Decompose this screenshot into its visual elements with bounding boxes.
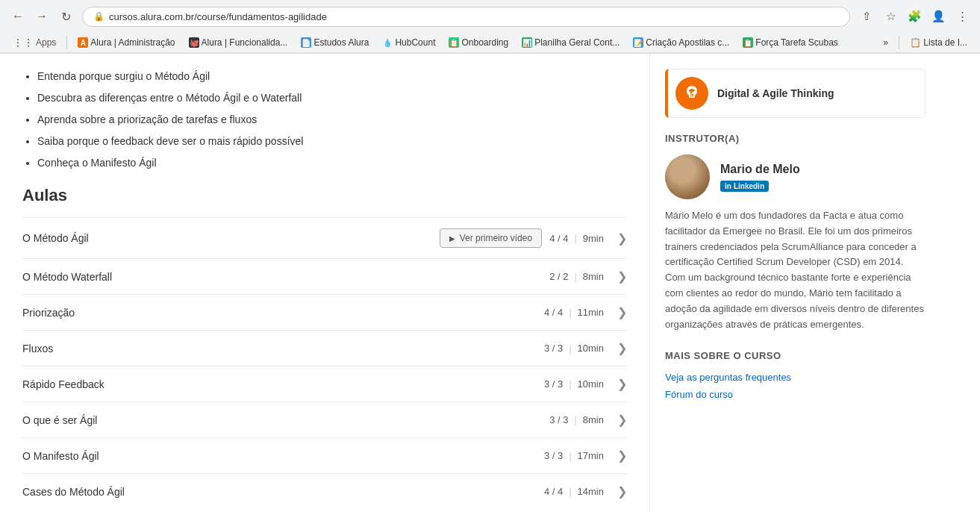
lesson-name-1: O Método Waterfall	[22, 271, 542, 283]
estudos-icon: 📄	[301, 37, 311, 48]
bookmark-forca-tarefa[interactable]: 📋 Força Tarefa Scubas	[737, 36, 843, 49]
alura-admin-icon: A	[78, 37, 88, 48]
aulas-title: Aulas	[22, 186, 627, 205]
linkedin-badge[interactable]: in Linkedin	[720, 181, 769, 192]
hubcount-icon: 💧	[382, 37, 393, 48]
lesson-row-5[interactable]: O que é ser Ágil 3 / 3 | 8min ❯	[22, 402, 627, 437]
lesson-meta-2: 4 / 4 | 11min	[544, 307, 604, 318]
course-card: Digital & Agile Thinking	[665, 69, 926, 118]
lesson-count-2: 4 / 4	[544, 307, 563, 318]
instructor-name: Mario de Melo	[720, 163, 800, 176]
lesson-row-7[interactable]: Cases do Método Ágil 4 / 4 | 14min ❯	[22, 473, 627, 509]
alura-admin-label: Alura | Administração	[90, 37, 175, 48]
lesson-meta-7: 4 / 4 | 14min	[544, 486, 604, 497]
criacao-icon: 📝	[633, 37, 643, 48]
chevron-icon-3: ❯	[617, 341, 627, 355]
lightbulb-icon	[683, 84, 701, 102]
menu-button[interactable]: ⋮	[952, 6, 973, 27]
lesson-time-5: 8min	[583, 414, 604, 425]
lesson-time-7: 14min	[578, 486, 604, 497]
back-button[interactable]: ←	[7, 6, 28, 27]
github-icon: 🐙	[189, 37, 199, 48]
main-content: Entenda porque surgiu o Método Ágil Desc…	[0, 54, 649, 512]
bookmark-alura-admin[interactable]: A Alura | Administração	[72, 36, 180, 49]
play-triangle-icon: ▶	[449, 234, 455, 243]
course-name: Digital & Agile Thinking	[717, 87, 834, 99]
lesson-row-0[interactable]: O Método Ágil ▶ Ver primeiro vídeo 4 / 4…	[22, 217, 627, 258]
linkedin-label: Linkedin	[734, 182, 764, 190]
forum-link[interactable]: Fórum do curso	[665, 389, 926, 400]
lesson-meta-3: 3 / 3 | 10min	[544, 343, 604, 354]
meta-sep-4: |	[569, 378, 571, 390]
lesson-row-4[interactable]: Rápido Feedback 3 / 3 | 10min ❯	[22, 366, 627, 402]
bookmark-alura-funcionalida[interactable]: 🐙 Alura | Funcionalida...	[184, 36, 293, 49]
lesson-name-5: O que é ser Ágil	[22, 414, 542, 426]
bookmark-estudos-alura[interactable]: 📄 Estudos Alura	[296, 36, 374, 49]
bookmark-lista[interactable]: 📋 Lista de I...	[905, 36, 973, 49]
lesson-time-6: 17min	[578, 450, 604, 461]
instructor-bio: Mário Melo é um dos fundadores da Facta …	[665, 208, 926, 332]
meta-sep-2: |	[569, 307, 571, 318]
lesson-count-5: 3 / 3	[549, 414, 568, 425]
alura-funcionalida-label: Alura | Funcionalida...	[202, 37, 288, 48]
planilha-label: Planilha Geral Cont...	[534, 37, 619, 48]
lesson-count-0: 4 / 4	[549, 233, 568, 244]
lesson-time-3: 10min	[578, 343, 604, 354]
course-icon	[675, 77, 708, 110]
bookmark-planilha[interactable]: 📊 Planilha Geral Cont...	[516, 36, 625, 49]
lesson-row-3[interactable]: Fluxos 3 / 3 | 10min ❯	[22, 330, 627, 366]
lesson-meta-6: 3 / 3 | 17min	[544, 450, 604, 461]
avatar	[665, 154, 710, 199]
lesson-count-3: 3 / 3	[544, 343, 563, 354]
bookmarks-bar: ⋮⋮ Apps A Alura | Administração 🐙 Alura …	[0, 33, 980, 53]
hubcount-label: HubCount	[395, 37, 435, 48]
avatar-image	[665, 154, 710, 199]
meta-sep-6: |	[569, 450, 571, 461]
lesson-time-2: 11min	[578, 307, 604, 318]
lock-icon: 🔒	[93, 11, 104, 22]
chevron-icon-7: ❯	[617, 484, 627, 499]
lesson-meta-4: 3 / 3 | 10min	[544, 378, 604, 390]
bookmark-onboarding[interactable]: 📋 Onboarding	[443, 36, 514, 49]
instructor-section: INSTRUTOR(A) Mario de Melo in Linkedin M…	[665, 133, 926, 332]
play-first-video-button[interactable]: ▶ Ver primeiro vídeo	[440, 228, 542, 248]
bookmark-button[interactable]: ☆	[880, 6, 901, 27]
learning-objectives-list: Entenda porque surgiu o Método Ágil Desc…	[22, 69, 627, 171]
mais-section: MAIS SOBRE O CURSO Veja as perguntas fre…	[665, 350, 926, 400]
perguntas-frequentes-link[interactable]: Veja as perguntas frequentes	[665, 372, 926, 383]
profile-button[interactable]: 👤	[928, 6, 949, 27]
bookmark-apps[interactable]: ⋮⋮ Apps	[7, 35, 61, 50]
bullet-item-3: Aprenda sobre a priorização de tarefas e…	[37, 112, 627, 128]
forward-button[interactable]: →	[31, 6, 52, 27]
share-button[interactable]: ⇧	[856, 6, 877, 27]
chevron-icon-6: ❯	[617, 449, 627, 463]
address-bar[interactable]: 🔒 cursos.alura.com.br/course/fundamentos…	[82, 7, 850, 27]
bullet-item-4: Saiba porque o feedback deve ser o mais …	[37, 134, 627, 149]
instrutor-label: INSTRUTOR(A)	[665, 133, 926, 144]
chevron-icon-4: ❯	[617, 377, 627, 391]
lesson-row-2[interactable]: Priorização 4 / 4 | 11min ❯	[22, 294, 627, 330]
meta-sep-5: |	[574, 414, 576, 425]
chevron-icon-5: ❯	[617, 413, 627, 427]
lesson-name-7: Cases do Método Ágil	[22, 486, 537, 498]
lesson-time-4: 10min	[578, 378, 604, 390]
criacao-label: Criação Apostilas c...	[646, 37, 729, 48]
meta-sep-0: |	[574, 233, 576, 244]
bookmark-more[interactable]: »	[878, 36, 893, 49]
refresh-button[interactable]: ↻	[55, 6, 76, 27]
browser-chrome: ← → ↻ 🔒 cursos.alura.com.br/course/funda…	[0, 0, 980, 54]
bookmarks-end-separator	[899, 36, 899, 49]
lesson-row-1[interactable]: O Método Waterfall 2 / 2 | 8min ❯	[22, 258, 627, 294]
bullet-item-2: Descubra as diferenças entre o Método Ág…	[37, 90, 627, 106]
extensions-button[interactable]: 🧩	[904, 6, 925, 27]
bookmark-criacao[interactable]: 📝 Criação Apostilas c...	[628, 36, 734, 49]
lesson-row-6[interactable]: O Manifesto Ágil 3 / 3 | 17min ❯	[22, 437, 627, 473]
chevron-icon-0: ❯	[617, 231, 627, 246]
lesson-count-7: 4 / 4	[544, 486, 563, 497]
bookmark-hubcount[interactable]: 💧 HubCount	[377, 36, 440, 49]
lesson-meta-0: 4 / 4 | 9min	[549, 233, 604, 244]
lesson-meta-5: 3 / 3 | 8min	[549, 414, 604, 425]
sidebar: Digital & Agile Thinking INSTRUTOR(A) Ma…	[649, 54, 940, 512]
estudos-label: Estudos Alura	[313, 37, 369, 48]
lesson-time-1: 8min	[583, 271, 604, 282]
